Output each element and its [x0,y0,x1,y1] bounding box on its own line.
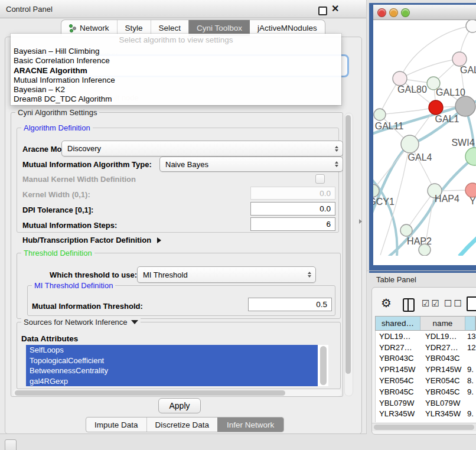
network-node[interactable] [466,20,476,32]
algorithm-option[interactable]: Dream8 DC_TDC Algorithm [11,94,341,104]
algorithm-option[interactable]: Basic Correlation Inference [11,56,341,66]
network-node[interactable] [465,183,476,197]
table-cell: YDL19… [376,332,420,341]
minimize-traffic-light-icon[interactable] [389,8,398,17]
settings-group-title: Cyni Algorithm Settings [15,108,99,117]
network-edge[interactable] [380,107,436,115]
attribute-list-item[interactable]: BetweennessCentrality [26,366,318,376]
close-traffic-light-icon[interactable] [377,8,386,17]
spinner-arrows-icon [335,146,338,152]
network-node[interactable] [452,52,467,66]
node-label: GAL10 [436,87,465,97]
tab-impute-data[interactable]: Impute Data [86,418,146,432]
table-header-row[interactable]: shared…name [375,316,476,331]
deselect-all-icon[interactable]: ☐☐ [444,298,464,309]
manual-kernel-checkbox[interactable] [315,174,325,184]
tab-discretize-data[interactable]: Discretize Data [146,418,218,432]
table-row[interactable]: YIL052CYIL052C9 [376,419,476,422]
tab-infer-network[interactable]: Infer Network [217,418,283,432]
attribute-list-item[interactable]: gal4RGexp [26,376,318,387]
hub-definition-toggle[interactable]: Hub/Transcription Factor Definition [22,236,161,244]
columns-icon[interactable] [403,298,415,312]
table-row[interactable]: YPR145WYPR145W9. [376,364,476,375]
table-cell: YBR043C [420,354,465,363]
node-label: GCY1 [373,197,395,207]
float-window-icon[interactable] [318,6,327,15]
apply-button[interactable]: Apply [158,398,201,413]
algorithm-placeholder: Select algorithm to view settings [11,34,341,47]
attribute-list-item[interactable]: SelfLoops [26,345,318,356]
network-view-window[interactable]: GAL2GAL80GAL10GAL1GAL11SWI4GAL4GCY1HAP4Y… [369,3,476,273]
table-horizontal-scrollbar[interactable] [372,423,476,431]
node-table: shared…name YDL19…YDL19…13YDR27…YDR27…12… [375,316,476,422]
network-node[interactable] [374,109,386,120]
network-window-titlebar[interactable] [373,5,476,20]
attributes-scrollbar[interactable] [320,346,327,385]
network-node[interactable] [419,244,431,256]
node-label: GAL2 [460,65,476,75]
sources-group-title[interactable]: Sources for Network Inference [21,318,141,327]
node-label: GAL1 [435,114,459,124]
which-threshold-select[interactable]: MI Threshold [137,266,316,283]
algorithm-option[interactable]: Bayesian – K2 [11,85,341,94]
table-cell: YLR345W [376,409,420,418]
attribute-list-item[interactable]: TopologicalCoefficient [26,356,318,366]
table-cell: YBL079W [420,399,465,407]
network-node[interactable] [400,224,412,236]
network-node[interactable] [455,96,475,116]
kernel-width-field[interactable] [250,187,335,200]
mi-threshold-field[interactable] [248,298,332,311]
table-cell: YBR043C [376,354,420,363]
document-icon[interactable] [467,296,476,311]
column-header[interactable]: name [420,317,465,330]
algorithm-option[interactable]: Mutual Information Inference [11,76,341,85]
table-cell: 9. [465,409,474,418]
splitter-handle-icon[interactable] [359,219,362,224]
cyni-bottom-tabbar: Impute Data Discretize Data Infer Networ… [86,417,284,432]
settings-vertical-scrollbar[interactable] [344,113,353,396]
dpi-tolerance-label: DPI Tolerance [0,1]: [22,206,93,214]
threshold-definition-title: Threshold Definition [21,249,94,257]
table-cell: YDR27… [420,343,465,352]
table-cell: YIL052C [420,420,465,422]
zoom-traffic-light-icon[interactable] [401,8,410,17]
network-edge[interactable] [400,59,459,79]
dpi-tolerance-field[interactable] [250,202,335,216]
network-node[interactable] [401,135,419,153]
network-node[interactable] [429,100,443,115]
table-row[interactable]: YDL19…YDL19…13 [376,331,476,342]
mi-steps-field[interactable] [250,217,335,231]
node-label: GAL11 [375,121,404,131]
table-cell: YBR045C [376,387,420,396]
mi-algorithm-type-select[interactable]: Naive Bayes [159,156,343,172]
network-canvas[interactable]: GAL2GAL80GAL10GAL1GAL11SWI4GAL4GCY1HAP4Y… [373,20,476,265]
column-header[interactable]: shared… [376,317,420,330]
table-cell: YBL079W [376,399,420,407]
manual-kernel-width-label: Manual Kernel Width Definition [22,175,136,184]
table-cell: YER054C [376,376,420,385]
table-cell: YDR27… [376,343,420,352]
table-cell: YIL052C [376,420,420,422]
table-row[interactable]: YER054CYER054C8. [376,375,476,386]
settings-horizontal-scrollbar[interactable] [13,389,341,396]
table-row[interactable]: YLR345WYLR345W9. [376,409,476,420]
corner-button[interactable] [5,439,17,450]
table-row[interactable]: YDR27…YDR27…12 [376,342,476,353]
control-panel-titlebar[interactable]: Control Panel ✕ [0,0,366,18]
table-row[interactable]: YBL079WYBL079W [376,397,476,409]
algorithm-options-list: Bayesian – Hill ClimbingBasic Correlatio… [11,47,341,105]
table-row[interactable]: YBR045CYBR045C9. [376,386,476,397]
algorithm-option[interactable]: ARACNE Algorithm [11,66,341,76]
close-icon[interactable]: ✕ [331,3,339,14]
gear-icon[interactable]: ⚙ [381,296,392,310]
table-row[interactable]: YBR043CYBR043C [376,353,476,364]
control-panel-title: Control Panel [6,5,53,14]
data-attributes-list[interactable]: SelfLoopsTopologicalCoefficientBetweenne… [26,345,328,386]
network-node[interactable] [393,71,407,86]
aracne-mode-select[interactable]: Discovery [61,141,343,156]
select-all-icon[interactable]: ☑☑ [422,298,441,309]
network-edge[interactable] [459,234,476,256]
algorithm-option[interactable]: Bayesian – Hill Climbing [11,47,341,56]
table-panel-title: Table Panel [376,275,416,284]
column-header[interactable] [465,317,475,330]
